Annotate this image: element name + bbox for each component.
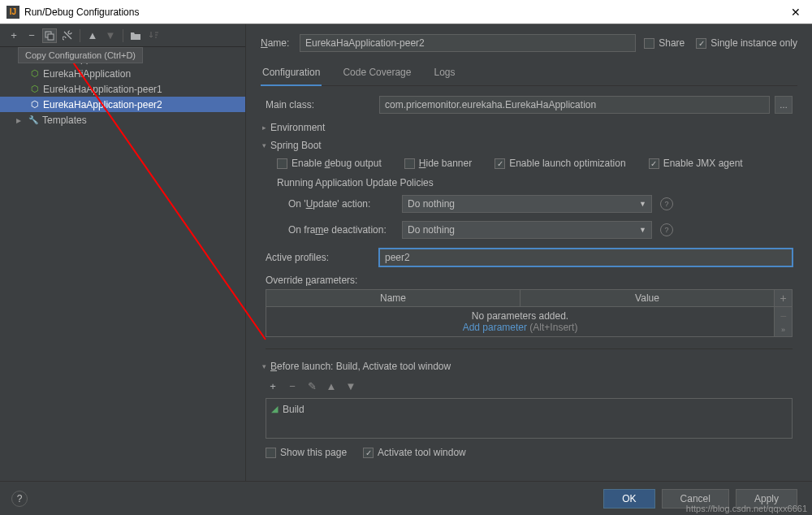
down-arrow-icon[interactable]: ▼ — [103, 28, 118, 43]
left-panel: + − ▲ ▼ Copy Configuration (Ctrl+D) ⬡ — [0, 24, 246, 481]
remove-icon[interactable]: − — [285, 379, 300, 393]
browse-class-button[interactable]: … — [775, 96, 793, 114]
on-frame-label: On frame deactivation:On frame deactivat… — [288, 224, 402, 236]
enable-jmx-checkbox[interactable]: Enable JMX agent — [649, 158, 743, 169]
configurations-toolbar: + − ▲ ▼ Copy Configuration (Ctrl+D) — [0, 24, 245, 47]
add-parameter-link[interactable]: Add parameter — [463, 322, 527, 333]
help-button[interactable]: ? — [11, 491, 28, 507]
close-icon[interactable]: ✕ — [786, 6, 806, 19]
app-icon: IJ — [6, 6, 19, 19]
down-arrow-icon[interactable]: ▼ — [343, 379, 358, 393]
build-task-label: Build — [283, 404, 304, 415]
wrench-icon: 🔧 — [28, 115, 38, 124]
remove-param-icon[interactable]: − — [780, 309, 786, 322]
tab-code-coverage[interactable]: Code Coverage — [341, 63, 412, 85]
enable-debug-checkbox[interactable]: Enable debug outputEnable debug output — [277, 158, 382, 169]
spring-boot-label: Spring Boot — [270, 140, 322, 151]
before-launch-toolbar: + − ✎ ▲ ▼ — [266, 379, 793, 393]
chevron-down-icon: ▾ — [262, 362, 266, 370]
share-checkbox[interactable]: Share — [644, 37, 685, 49]
override-params-table: Name Value + No parameters added. Add pa… — [266, 289, 793, 337]
tree-item-label: EurekaHaApplication-peer1 — [43, 84, 162, 95]
chevron-down-icon: ▾ — [262, 141, 266, 149]
policies-title: Running Application Update Policies — [277, 177, 793, 188]
copy-icon[interactable] — [42, 28, 57, 43]
tree-item[interactable]: ⬡ EurekaHaApplication-peer1 — [0, 81, 245, 97]
tree-item-templates[interactable]: ▸ 🔧 Templates — [0, 112, 245, 128]
before-launch-list[interactable]: ◢ Build — [266, 398, 793, 439]
active-profiles-input[interactable] — [379, 249, 793, 266]
name-label: NName:ame: — [261, 37, 292, 49]
chevron-down-icon: ▼ — [639, 226, 646, 234]
help-icon[interactable]: ? — [660, 223, 673, 236]
environment-section-toggle[interactable]: ▸ Environment — [262, 122, 793, 133]
right-panel: NName:ame: Share Single instance only Co… — [246, 24, 812, 481]
tree-item[interactable]: ⬡ EurekaHaApplication-peer2 — [0, 97, 245, 112]
no-params-text: No parameters added. — [270, 310, 771, 322]
tab-logs[interactable]: Logs — [432, 63, 456, 85]
tabs-bar: Configuration Code Coverage Logs — [261, 63, 797, 86]
edit-icon[interactable]: ✎ — [304, 379, 319, 393]
tree-item[interactable]: ⬡ EurekaHiApplication — [0, 66, 245, 81]
environment-label: Environment — [270, 122, 325, 133]
spring-boot-section-toggle[interactable]: ▾ Spring Boot — [262, 140, 793, 151]
show-page-checkbox[interactable]: Show this page — [266, 447, 347, 458]
main-class-input[interactable] — [379, 96, 770, 114]
spring-boot-icon: ⬡ — [31, 68, 39, 79]
tab-configuration[interactable]: Configuration — [261, 63, 322, 86]
add-icon[interactable]: + — [6, 28, 21, 43]
more-icon[interactable]: » — [781, 326, 785, 334]
add-param-icon[interactable]: + — [780, 292, 786, 305]
spring-boot-icon: ⬡ — [31, 99, 39, 110]
override-params-label: Override parameters:Override parameters: — [266, 275, 793, 286]
window-title: Run/Debug Configurations — [24, 6, 786, 18]
copy-tooltip: Copy Configuration (Ctrl+D) — [18, 47, 143, 63]
before-launch-toggle[interactable]: ▾ Before launch: Build, Activate tool wi… — [262, 361, 793, 372]
on-update-label: On 'Update' action:On 'Update' action: — [288, 198, 402, 210]
folder-icon[interactable] — [128, 28, 143, 43]
sort-icon[interactable] — [146, 28, 161, 43]
settings-icon[interactable] — [60, 28, 75, 43]
on-update-select[interactable]: Do nothing▼ — [402, 195, 652, 213]
main-class-label: Main class: — [266, 99, 379, 110]
ok-button[interactable]: OK — [603, 489, 654, 509]
svg-rect-1 — [48, 34, 54, 40]
up-arrow-icon[interactable]: ▲ — [324, 379, 339, 393]
name-input[interactable] — [300, 34, 636, 52]
on-frame-select[interactable]: Do nothing▼ — [402, 221, 652, 239]
titlebar: IJ Run/Debug Configurations ✕ — [0, 0, 812, 24]
params-col-value: Value — [520, 290, 774, 306]
activate-tool-checkbox[interactable]: Activate tool window — [363, 447, 466, 458]
remove-icon[interactable]: − — [24, 28, 39, 43]
help-icon[interactable]: ? — [660, 197, 673, 210]
chevron-right-icon: ▸ — [16, 115, 24, 126]
single-instance-checkbox[interactable]: Single instance only — [696, 37, 797, 49]
add-param-hotkey: (Alt+Insert) — [529, 322, 577, 333]
tree-item-label: EurekaHiApplication — [43, 68, 131, 80]
chevron-right-icon: ▸ — [262, 123, 266, 132]
up-arrow-icon[interactable]: ▲ — [85, 28, 100, 43]
templates-label: Templates — [42, 115, 87, 126]
configurations-tree: ⬡ EurekaApplication ⬡ EurekaHiApplicatio… — [0, 47, 245, 481]
hammer-icon: ◢ — [271, 404, 278, 414]
add-icon[interactable]: + — [266, 379, 280, 393]
params-col-name: Name — [266, 290, 520, 306]
tree-item-label: EurekaHaApplication-peer2 — [43, 99, 162, 110]
hide-banner-checkbox[interactable]: Hide bannerHide banner — [404, 158, 472, 169]
spring-boot-icon: ⬡ — [31, 84, 39, 94]
active-profiles-label: Active profiles: — [266, 252, 379, 263]
enable-launch-opt-checkbox[interactable]: Enable launch optimization — [495, 158, 625, 169]
watermark: https://blog.csdn.net/qqxx6661 — [686, 504, 807, 513]
chevron-down-icon: ▼ — [639, 200, 646, 208]
